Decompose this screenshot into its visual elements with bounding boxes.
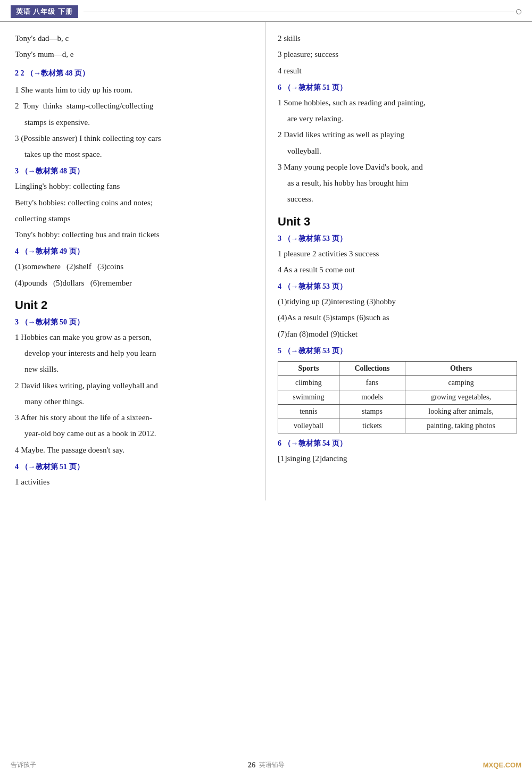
unit3-heading: Unit 3	[278, 215, 517, 229]
unit2-s3-item3-cont: year-old boy came out as a book in 2012.	[15, 427, 256, 440]
table-header-sports: Sports	[278, 361, 339, 375]
content-columns: Tony's dad—b, c Tony's mum—d, e 2 2 （→教材…	[0, 22, 532, 500]
footer: 告诉孩子 26 英语辅导 MXQE.COM	[0, 761, 532, 770]
header: 英语 八年级 下册	[0, 0, 532, 22]
s6-item1: 1 Some hobbies, such as reading and pain…	[278, 96, 517, 110]
page: 英语 八年级 下册 Tony's dad—b, c Tony's mum—d, …	[0, 0, 532, 777]
unit3-section3-header: 3 （→教材第 53 页）	[278, 234, 517, 244]
unit2-s4-item1: 1 activities	[15, 475, 256, 489]
right-column: 2 skills 3 pleasure; success 4 result 6 …	[266, 22, 532, 500]
table-cell: painting, taking photos	[405, 419, 517, 433]
table-header-collections: Collections	[339, 361, 405, 375]
s6-item3-cont2: success.	[278, 192, 517, 206]
table-cell: camping	[405, 375, 517, 390]
tony-mum: Tony's mum—d, e	[15, 47, 256, 61]
section3-item3: Tony's hobby: collecting bus and train t…	[15, 228, 256, 241]
unit2-heading: Unit 2	[15, 298, 256, 312]
section6-items: 1 Some hobbies, such as reading and pain…	[278, 96, 517, 206]
unit2-s3-item3: 3 After his story about the life of a si…	[15, 411, 256, 424]
header-line	[84, 12, 514, 12]
section3-items: Lingling's hobby: collecting fans Betty'…	[15, 179, 256, 241]
table-cell: volleyball	[278, 419, 339, 433]
s6-item2: 2 David likes writing as well as playing	[278, 128, 517, 141]
unit2-s3-item1: 1 Hobbies can make you grow as a person,	[15, 330, 256, 344]
hobbies-table: Sports Collections Others climbingfansca…	[278, 361, 517, 433]
table-row: volleyballticketspainting, taking photos	[278, 419, 517, 433]
footer-right-text: 英语辅导	[259, 761, 285, 770]
s6-item1-cont: are very relaxing.	[278, 112, 517, 126]
table-row: swimmingmodelsgrowing vegetables,	[278, 390, 517, 404]
section2-item3-cont: takes up the most space.	[15, 147, 256, 161]
table-row: tennisstampslooking after animals,	[278, 404, 517, 419]
section2-ref: 2 2 （→教材第 48 页）	[15, 67, 256, 80]
right-item3: 3 pleasure; success	[278, 47, 517, 61]
unit2-s3-item1-cont2: new skills.	[15, 362, 256, 376]
unit3-section5-header: 5 （→教材第 53 页）	[278, 346, 517, 356]
right-item4: 4 result	[278, 64, 517, 78]
section3-item1: Lingling's hobby: collecting fans	[15, 179, 256, 193]
table-row: climbingfanscamping	[278, 375, 517, 390]
section3-header: 3 （→教材第 48 页）	[15, 166, 256, 176]
section3-item2: Betty's hobbies: collecting coins and no…	[15, 196, 256, 210]
page-number: 26	[248, 761, 256, 770]
unit2-s3-item4: 4 Maybe. The passage doesn't say.	[15, 443, 256, 457]
unit3-section4-header: 4 （→教材第 53 页）	[278, 282, 517, 291]
section4-items: (1)somewhere (2)shelf (3)coins (4)pounds…	[15, 260, 256, 290]
table-cell: fans	[339, 375, 405, 390]
s6-item3-cont: as a result, his hobby has brought him	[278, 176, 517, 190]
section2-item1: 1 She wants him to tidy up his room.	[15, 83, 256, 97]
section4-item2: (4)pounds (5)dollars (6)remember	[15, 276, 256, 290]
section2-item2-cont: stamps is expensive.	[15, 115, 256, 129]
unit3-section4-items: (1)tidying up (2)interesting (3)hobby (4…	[278, 295, 517, 341]
footer-left-text: 告诉孩子	[11, 761, 36, 770]
unit3-s3-line1: 1 pleasure 2 activities 3 success	[278, 247, 517, 261]
right-item2: 2 skills	[278, 31, 517, 45]
section2-item2: 2 Tony thinks stamp-collecting/collectin…	[15, 99, 256, 113]
unit2-section4-header: 4 （→教材第 51 页）	[15, 462, 256, 472]
table-cell: tennis	[278, 404, 339, 419]
tony-dad: Tony's dad—b, c	[15, 31, 256, 45]
unit2-s3-item2: 2 David likes writing, playing volleybal…	[15, 379, 256, 392]
table-cell: looking after animals,	[405, 404, 517, 419]
header-tag: 英语 八年级 下册	[11, 5, 78, 18]
section3-item2-cont: collecting stamps	[15, 212, 256, 225]
s6-item2-cont: volleyball.	[278, 144, 517, 158]
unit2-section3-items: 1 Hobbies can make you grow as a person,…	[15, 330, 256, 457]
section6-header: 6 （→教材第 51 页）	[278, 83, 517, 93]
unit3-s4-line1: (1)tidying up (2)interesting (3)hobby	[278, 295, 517, 308]
section2-item3: 3 (Possible answer) I think collecting t…	[15, 131, 256, 145]
s6-item3: 3 Many young people love David's book, a…	[278, 160, 517, 174]
table-cell: swimming	[278, 390, 339, 404]
table-cell: growing vegetables,	[405, 390, 517, 404]
table-cell: stamps	[339, 404, 405, 419]
unit3-s3-line2: 4 As a result 5 come out	[278, 263, 517, 277]
unit3-section3-items: 1 pleasure 2 activities 3 success 4 As a…	[278, 247, 517, 277]
section4-header: 4 （→教材第 49 页）	[15, 247, 256, 256]
unit2-s3-item2-cont: many other things.	[15, 395, 256, 408]
left-column: Tony's dad—b, c Tony's mum—d, e 2 2 （→教材…	[0, 22, 266, 500]
unit3-section6-header: 6 （→教材第 54 页）	[278, 439, 517, 448]
unit3-s4-line2: (4)As a result (5)stamps (6)such as	[278, 311, 517, 324]
table-cell: climbing	[278, 375, 339, 390]
table-header-others: Others	[405, 361, 517, 375]
section2-items: 1 She wants him to tidy up his room. 2 T…	[15, 83, 256, 161]
section4-item1: (1)somewhere (2)shelf (3)coins	[15, 260, 256, 273]
table-cell: tickets	[339, 419, 405, 433]
header-circle	[516, 9, 521, 14]
table-cell: models	[339, 390, 405, 404]
unit3-s6-line: [1]singing [2]dancing	[278, 452, 517, 465]
unit2-section3-header: 3 （→教材第 50 页）	[15, 318, 256, 327]
watermark: MXQE.COM	[483, 761, 521, 769]
unit2-s3-item1-cont: develop your interests and help you lear…	[15, 346, 256, 360]
unit3-s4-line3: (7)fan (8)model (9)ticket	[278, 327, 517, 341]
